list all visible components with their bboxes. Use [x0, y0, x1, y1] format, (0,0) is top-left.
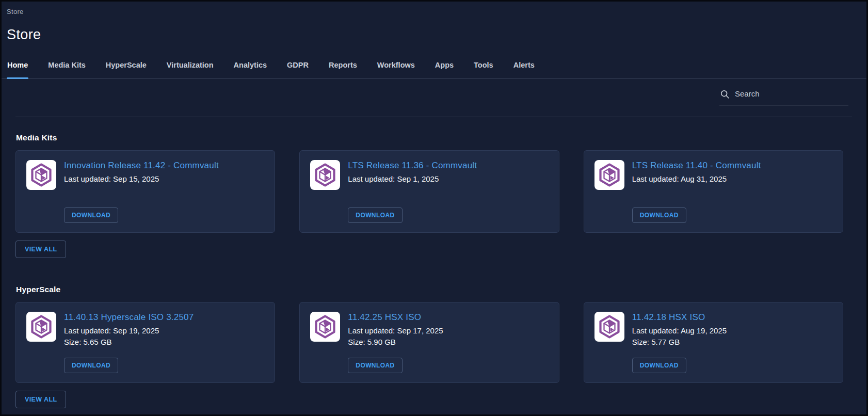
card-body: 11.42.18 HSX ISO Last updated: Aug 19, 2… [632, 312, 832, 373]
card-size: Size: 5.65 GB [64, 337, 264, 348]
search-field [719, 87, 848, 105]
tab-bar: Home Media Kits HyperScale Virtualizatio… [2, 60, 866, 79]
card-title-link[interactable]: 11.42.18 HSX ISO [632, 312, 832, 323]
search-row [2, 87, 866, 105]
card-last-updated: Last updated: Sep 19, 2025 [64, 325, 264, 337]
card-body: 11.40.13 Hyperscale ISO 3.2507 Last upda… [64, 312, 264, 373]
search-input[interactable] [719, 87, 848, 105]
card-body: LTS Release 11.40 - Commvault Last updat… [632, 160, 832, 223]
package-cube-icon [310, 160, 340, 190]
card-title-link[interactable]: 11.42.25 HSX ISO [348, 312, 548, 323]
card-size: Size: 5.77 GB [632, 337, 832, 348]
view-all-hyperscale-button[interactable]: VIEW ALL [15, 391, 66, 408]
card-title-link[interactable]: LTS Release 11.40 - Commvault [632, 161, 832, 171]
package-cube-icon [594, 312, 624, 342]
tab-virtualization[interactable]: Virtualization [166, 60, 214, 78]
tab-apps[interactable]: Apps [435, 60, 454, 78]
card-title-link[interactable]: 11.40.13 Hyperscale ISO 3.2507 [64, 312, 264, 323]
download-button[interactable]: DOWNLOAD [348, 207, 402, 223]
search-icon [720, 90, 730, 99]
tab-media-kits[interactable]: Media Kits [47, 60, 86, 78]
card-last-updated: Last updated: Aug 19, 2025 [632, 325, 832, 337]
section-divider [15, 117, 852, 117]
tab-home[interactable]: Home [7, 60, 28, 78]
card-last-updated: Last updated: Sep 1, 2025 [348, 173, 548, 185]
tab-hyperscale[interactable]: HyperScale [105, 60, 147, 78]
section-title-hyperscale: HyperScale [16, 285, 866, 294]
card-last-updated: Last updated: Aug 31, 2025 [632, 173, 832, 185]
hyperscale-card: 11.42.18 HSX ISO Last updated: Aug 19, 2… [584, 302, 843, 383]
card-body: 11.42.25 HSX ISO Last updated: Sep 17, 2… [348, 312, 548, 373]
download-button[interactable]: DOWNLOAD [64, 358, 118, 373]
tab-reports[interactable]: Reports [328, 60, 358, 78]
card-title-link[interactable]: Innovation Release 11.42 - Commvault [64, 161, 264, 171]
download-button[interactable]: DOWNLOAD [348, 358, 402, 373]
hyperscale-card: 11.40.13 Hyperscale ISO 3.2507 Last upda… [15, 302, 275, 383]
card-title-link[interactable]: LTS Release 11.36 - Commvault [348, 161, 548, 171]
tab-alerts[interactable]: Alerts [513, 60, 535, 78]
download-button[interactable]: DOWNLOAD [632, 358, 686, 373]
hyperscale-grid: 11.40.13 Hyperscale ISO 3.2507 Last upda… [15, 302, 843, 383]
media-kit-card: LTS Release 11.36 - Commvault Last updat… [299, 150, 559, 233]
media-kit-card: Innovation Release 11.42 - Commvault Las… [15, 150, 275, 233]
hyperscale-card: 11.42.25 HSX ISO Last updated: Sep 17, 2… [299, 302, 559, 383]
media-kit-card: LTS Release 11.40 - Commvault Last updat… [584, 150, 843, 233]
download-button[interactable]: DOWNLOAD [632, 207, 686, 223]
package-cube-icon [594, 160, 624, 190]
media-kits-grid: Innovation Release 11.42 - Commvault Las… [15, 150, 843, 233]
view-all-media-kits-button[interactable]: VIEW ALL [15, 241, 66, 258]
package-cube-icon [26, 160, 56, 190]
card-body: Innovation Release 11.42 - Commvault Las… [64, 160, 264, 223]
package-cube-icon [26, 312, 56, 342]
package-cube-icon [310, 312, 340, 342]
download-button[interactable]: DOWNLOAD [64, 207, 118, 223]
card-last-updated: Last updated: Sep 17, 2025 [348, 325, 548, 337]
tab-workflows[interactable]: Workflows [377, 60, 415, 78]
breadcrumb[interactable]: Store [7, 8, 24, 15]
card-body: LTS Release 11.36 - Commvault Last updat… [348, 160, 548, 223]
section-title-media-kits: Media Kits [16, 133, 866, 142]
page-title: Store [7, 27, 866, 43]
tab-gdpr[interactable]: GDPR [286, 60, 309, 78]
card-last-updated: Last updated: Sep 15, 2025 [64, 173, 264, 185]
card-size: Size: 5.90 GB [348, 337, 548, 348]
tab-tools[interactable]: Tools [473, 60, 494, 78]
tab-analytics[interactable]: Analytics [233, 60, 267, 78]
store-page: Store Store Home Media Kits HyperScale V… [0, 0, 868, 416]
